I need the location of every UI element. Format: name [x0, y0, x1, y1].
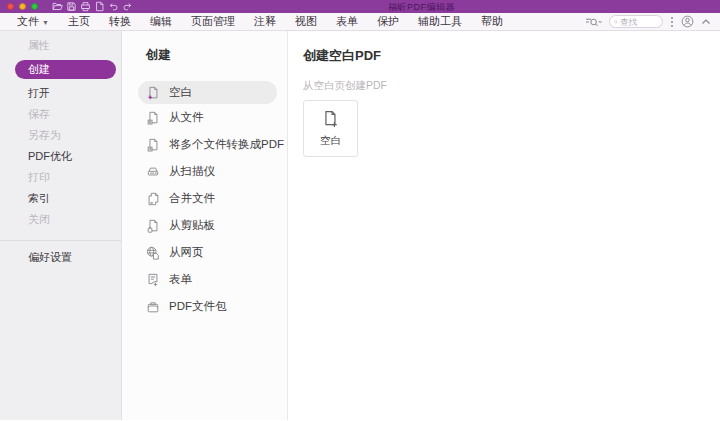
sidebar-item-save: 保存	[0, 104, 121, 125]
sidebar-divider	[0, 240, 121, 241]
menu-protect[interactable]: 保护	[377, 14, 399, 29]
create-item-from-scanner[interactable]: 从扫描仪	[122, 158, 287, 185]
sidebar-item-properties: 属性	[0, 35, 121, 56]
redo-icon[interactable]	[121, 1, 133, 13]
create-item-convert-multiple[interactable]: 将多个文件转换成PDF	[122, 131, 287, 158]
sidebar-item-open[interactable]: 打开	[0, 83, 121, 104]
more-options-icon[interactable]	[670, 16, 674, 28]
menu-accessibility[interactable]: 辅助工具	[418, 14, 462, 29]
convert-multiple-files-icon	[146, 138, 160, 152]
sidebar-item-create[interactable]: 创建	[15, 60, 116, 79]
create-item-from-file[interactable]: 从文件	[122, 104, 287, 131]
webpage-icon	[146, 246, 160, 260]
form-icon	[146, 273, 160, 287]
sidebar-item-preferences[interactable]: 偏好设置	[0, 247, 121, 268]
find-searchbox[interactable]	[609, 15, 663, 28]
create-item-label: 将多个文件转换成PDF	[169, 137, 284, 152]
app-window: 福昕PDF编辑器 文件▼ 主页 转换 编辑 页面管理 注释 视图 表单 保护 辅…	[0, 0, 720, 421]
menu-page-manage[interactable]: 页面管理	[191, 14, 235, 29]
menu-edit[interactable]: 编辑	[150, 14, 172, 29]
create-item-label: 空白	[169, 85, 192, 100]
menu-file[interactable]: 文件▼	[17, 14, 49, 29]
blank-document-icon	[146, 86, 160, 100]
create-item-label: 从剪贴板	[169, 218, 215, 233]
sidebar-item-pdf-optimize[interactable]: PDF优化	[0, 146, 121, 167]
undo-icon[interactable]	[107, 1, 119, 13]
titlebar: 福昕PDF编辑器	[0, 0, 720, 13]
create-item-blank[interactable]: 空白	[138, 81, 277, 104]
detail-subtitle: 从空白页创建PDF	[303, 79, 720, 93]
create-blank-pdf-panel: 创建空白PDF 从空白页创建PDF 空白	[288, 31, 720, 420]
create-panel: 创建 空白 从文件 将多个	[122, 31, 288, 420]
create-item-label: 合并文件	[169, 191, 215, 206]
window-title: 福昕PDF编辑器	[388, 1, 455, 14]
create-item-combine-files[interactable]: 合并文件	[122, 185, 287, 212]
from-file-icon	[146, 111, 160, 125]
create-item-pdf-portfolio[interactable]: PDF文件包	[122, 293, 287, 320]
create-item-label: 从文件	[169, 110, 204, 125]
menu-convert[interactable]: 转换	[109, 14, 131, 29]
create-item-label: 从扫描仪	[169, 164, 215, 179]
sidebar-item-close: 关闭	[0, 209, 121, 230]
menubar: 文件▼ 主页 转换 编辑 页面管理 注释 视图 表单 保护 辅助工具 帮助	[0, 13, 720, 31]
menubar-right-cluster	[585, 15, 720, 28]
print-icon[interactable]	[79, 1, 91, 13]
account-icon[interactable]	[681, 15, 694, 28]
content-area: 属性 创建 打开 保存 另存为 PDF优化 打印 索引 关闭 偏好设置 创建 空…	[0, 31, 720, 420]
menu-view[interactable]: 视图	[295, 14, 317, 29]
create-item-label: 表单	[169, 272, 192, 287]
scanner-icon	[146, 165, 160, 179]
open-folder-icon[interactable]	[51, 1, 63, 13]
clipboard-icon	[146, 219, 160, 233]
sidebar-item-print: 打印	[0, 167, 121, 188]
traffic-lights	[7, 3, 38, 10]
menu-home[interactable]: 主页	[68, 14, 90, 29]
find-input[interactable]	[620, 17, 658, 27]
combine-files-icon	[146, 192, 160, 206]
blank-document-icon	[322, 110, 340, 128]
search-options-icon[interactable]	[585, 16, 602, 28]
sidebar-item-save-as: 另存为	[0, 125, 121, 146]
create-item-form[interactable]: 表单	[122, 266, 287, 293]
new-document-icon[interactable]	[93, 1, 105, 13]
create-options-list: 空白 从文件 将多个文件转换成PDF	[122, 81, 287, 320]
minimize-window-button[interactable]	[19, 3, 26, 10]
quick-access-toolbar	[51, 1, 133, 13]
chevron-down-icon: ▼	[42, 19, 49, 26]
create-panel-header: 创建	[122, 47, 287, 64]
menu-help[interactable]: 帮助	[481, 14, 503, 29]
create-item-from-clipboard[interactable]: 从剪贴板	[122, 212, 287, 239]
close-window-button[interactable]	[7, 3, 14, 10]
collapse-toolbar-icon[interactable]	[701, 18, 711, 25]
sidebar-item-index[interactable]: 索引	[0, 188, 121, 209]
create-item-label: 从网页	[169, 245, 204, 260]
blank-pdf-card[interactable]: 空白	[303, 100, 358, 157]
menu-comment[interactable]: 注释	[254, 14, 276, 29]
pdf-portfolio-icon	[146, 300, 160, 314]
zoom-window-button[interactable]	[31, 3, 38, 10]
detail-header: 创建空白PDF	[303, 47, 720, 65]
create-item-label: PDF文件包	[169, 299, 227, 314]
blank-card-label: 空白	[320, 134, 341, 148]
save-icon[interactable]	[65, 1, 77, 13]
create-item-from-webpage[interactable]: 从网页	[122, 239, 287, 266]
menu-form[interactable]: 表单	[336, 14, 358, 29]
file-sidebar: 属性 创建 打开 保存 另存为 PDF优化 打印 索引 关闭 偏好设置	[0, 31, 122, 420]
